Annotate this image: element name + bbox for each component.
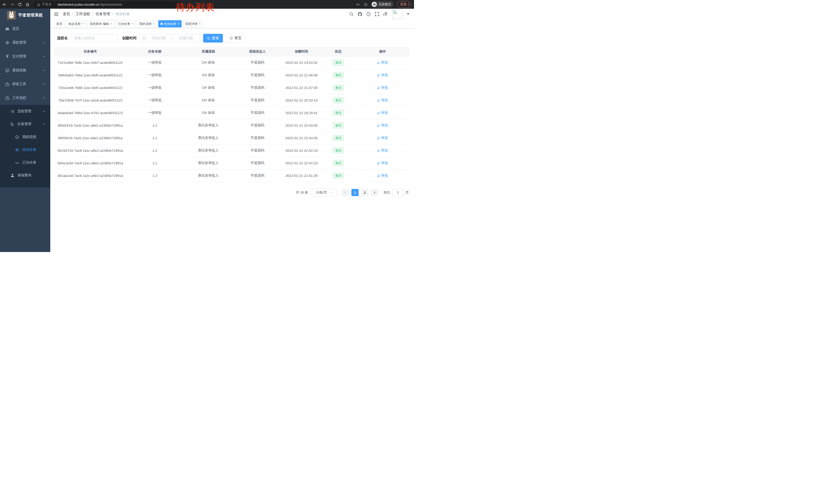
fullscreen-icon[interactable] <box>375 12 379 16</box>
gear-icon <box>5 41 9 45</box>
breadcrumb-task-mgmt[interactable]: 任务管理 <box>96 12 110 16</box>
refresh-icon <box>230 37 233 40</box>
chevron-up-icon <box>43 123 46 126</box>
page-button-1[interactable]: 1 <box>351 189 359 196</box>
browser-menu-icon[interactable] <box>408 3 409 6</box>
reload-icon[interactable] <box>16 1 23 8</box>
col-task-name: 任务名称 <box>126 49 183 54</box>
tab-home[interactable]: 首页 <box>54 20 65 28</box>
tab-start-process[interactable]: 发起流程× <box>66 20 86 28</box>
tab-todo-tasks[interactable]: 待办任务× <box>158 20 181 28</box>
approve-link[interactable]: 审批 <box>377 161 388 165</box>
update-button[interactable]: 更新 <box>397 1 411 8</box>
process-name-input[interactable]: 请输入流程名 <box>71 34 118 42</box>
sidebar-item-payment[interactable]: ¥ 支付管理 <box>0 49 50 63</box>
bookmark-star-icon[interactable] <box>364 2 368 7</box>
reset-button[interactable]: 重置 <box>226 34 245 43</box>
close-icon[interactable]: × <box>82 22 84 26</box>
col-starter: 流程发起人 <box>233 49 281 54</box>
edit-pen-icon <box>377 149 380 152</box>
sidebar-item-workflow[interactable]: 工作流程 <box>0 91 50 105</box>
sidebar-item-devtools[interactable]: 研发工具 <box>0 77 50 91</box>
tab-done-tasks[interactable]: 已办任务× <box>116 20 136 28</box>
approve-link[interactable]: 审批 <box>377 85 388 90</box>
back-icon[interactable] <box>1 1 8 8</box>
process-name-label: 流程名 <box>57 36 68 41</box>
chevron-down-icon <box>43 69 46 72</box>
table-row: 381aa1dd-7ac8-11ec-a9e2-a2380e71991a 1.2… <box>54 170 410 182</box>
date-range-picker[interactable]: 开始日期 - 结束日期 <box>139 34 200 42</box>
status-badge: 激活 <box>333 122 344 129</box>
hamburger-icon[interactable] <box>54 12 59 17</box>
sidebar-item-system[interactable]: 系统管理 <box>0 36 50 49</box>
goto-unit: 页 <box>406 190 409 195</box>
approve-link[interactable]: 审批 <box>377 73 388 78</box>
forward-icon[interactable] <box>9 1 15 8</box>
not-secure-warning-icon <box>37 3 40 6</box>
approve-link[interactable]: 审批 <box>377 123 388 128</box>
sidebar-item-todo-tasks[interactable]: 待办任务 <box>0 143 50 156</box>
chevron-down-icon <box>43 83 46 86</box>
sidebar-item-home[interactable]: 首页 <box>0 22 50 36</box>
pagination: 共 16 条 10条/页 1 2 前往 1 页 <box>50 189 409 196</box>
active-dot <box>161 23 163 25</box>
svg-text:?: ? <box>368 13 369 16</box>
next-page-button[interactable] <box>371 189 378 196</box>
chevron-down-icon <box>43 110 46 113</box>
approve-link[interactable]: 审批 <box>377 173 388 178</box>
tab-process-detail[interactable]: 流程详情× <box>183 20 203 28</box>
goto-page-input[interactable]: 1 <box>392 189 404 196</box>
tab-my-process[interactable]: 我的流程× <box>137 20 157 28</box>
eye-closed-icon <box>15 161 19 165</box>
status-badge: 激活 <box>333 173 344 179</box>
address-bar[interactable]: 不安全 dashboard.yudao.iocoder.cn/bpm/task/… <box>33 1 179 8</box>
sidebar-item-task-mgmt[interactable]: 任务管理 <box>0 118 50 131</box>
tab-process-form-edit[interactable]: 流程表单-编辑× <box>87 20 114 28</box>
page-size-select[interactable]: 10条/页 <box>312 189 337 196</box>
help-icon[interactable]: ? <box>366 12 371 16</box>
close-icon[interactable]: × <box>110 22 112 26</box>
sidebar-item-my-process[interactable]: 我的流程 <box>0 131 50 143</box>
task-table: 任务编号 任务名称 所属流程 流程发起人 创建时间 状态 操作 73211d9d… <box>54 47 410 182</box>
approve-link[interactable]: 审批 <box>377 60 388 65</box>
edit-pen-icon <box>377 111 380 114</box>
home-icon[interactable] <box>24 1 31 8</box>
font-size-icon[interactable]: TT <box>383 12 387 16</box>
edit-pen-icon <box>377 61 380 64</box>
approve-link[interactable]: 审批 <box>377 98 388 102</box>
sidebar-item-leave-query[interactable]: 请假查询 <box>0 169 50 182</box>
user-icon <box>10 173 15 178</box>
annotation-todo-list: 待办列表 <box>176 2 215 12</box>
sidebar-item-done-tasks[interactable]: 已办任务 <box>0 156 50 169</box>
logo[interactable]: 芋道管理系统 <box>0 9 50 22</box>
avatar-caret-icon[interactable] <box>407 13 409 15</box>
approve-link[interactable]: 审批 <box>377 110 388 115</box>
breadcrumb-workflow[interactable]: 工作流程 <box>76 12 90 16</box>
approve-link[interactable]: 审批 <box>377 136 388 140</box>
logo-avatar <box>7 11 16 19</box>
key-icon[interactable] <box>356 2 360 7</box>
sidebar-item-process-mgmt[interactable]: 流程管理 <box>0 105 50 118</box>
breadcrumb-home[interactable]: 首页 <box>63 12 70 16</box>
github-icon[interactable] <box>358 12 363 17</box>
edit-pen-icon <box>377 124 380 127</box>
chevron-down-icon <box>43 41 46 44</box>
end-date-placeholder[interactable]: 结束日期 <box>175 36 197 41</box>
chevron-down-icon <box>330 191 333 194</box>
search-button[interactable]: 搜索 <box>203 34 223 43</box>
sidebar-item-infra[interactable]: 基础设施 <box>0 63 50 77</box>
close-icon[interactable]: × <box>177 22 179 26</box>
avatar[interactable] <box>392 9 403 19</box>
page-button-2[interactable]: 2 <box>361 189 368 196</box>
close-icon[interactable]: × <box>199 22 201 26</box>
close-icon[interactable]: × <box>132 22 133 26</box>
status-badge: 激活 <box>333 97 344 103</box>
filter-form: 流程名 请输入流程名 创建时间 开始日期 - 结束日期 搜索 重置 <box>57 34 414 42</box>
approve-link[interactable]: 审批 <box>377 148 388 153</box>
search-icon[interactable] <box>349 12 354 16</box>
security-label[interactable]: 不安全 <box>42 2 52 7</box>
start-date-placeholder[interactable]: 开始日期 <box>148 36 170 41</box>
tags-view: 首页 发起流程× 流程表单-编辑× 已办任务× 我的流程× 待办任务× 流程详情… <box>50 19 414 29</box>
prev-page-button[interactable] <box>342 189 349 196</box>
close-icon[interactable]: × <box>153 22 155 26</box>
